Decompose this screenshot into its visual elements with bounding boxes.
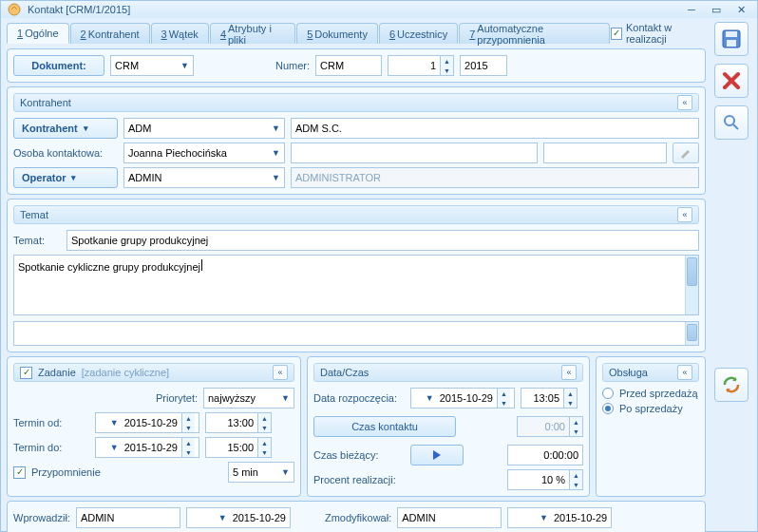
tab-dokumenty[interactable]: 5Dokumenty <box>296 23 378 44</box>
zadanie-collapse[interactable]: « <box>273 365 288 380</box>
realization-label: Kontakt w realizacji <box>626 22 706 45</box>
numer-spin-down[interactable]: ▼ <box>440 66 453 75</box>
obsluga-panel: Obsługa « Przed sprzedażą Po sprzedaży <box>596 356 706 497</box>
temat-textarea2[interactable] <box>13 321 699 346</box>
termin-od-label: Termin od: <box>13 417 89 428</box>
wprowadzil-date[interactable]: ▼2015-10-29 <box>186 507 291 528</box>
kontrahent-header: Kontrahent « <box>13 93 699 112</box>
po-label: Po sprzedaży <box>619 403 683 414</box>
przed-radio[interactable] <box>602 388 614 399</box>
tabs-bar: 1Ogólne 2Kontrahent 3Wątek 4Atrybuty i p… <box>7 22 706 45</box>
dataczas-panel: Data/Czas « Data rozpoczęcia: ▼2015-10-2… <box>307 356 590 497</box>
przypomnienie-checkbox[interactable] <box>13 466 26 479</box>
zadanie-header: Zadanie [zadanie cykliczne] « <box>13 363 294 382</box>
dataczas-collapse[interactable]: « <box>561 365 577 380</box>
zmod-user: ADMIN <box>397 507 502 528</box>
delete-button[interactable] <box>714 64 749 98</box>
temat-textarea[interactable]: Spotkanie cykliczne grupy produkcyjnej <box>13 255 699 315</box>
temat-label: Temat: <box>13 235 61 246</box>
tab-przypomnienia[interactable]: 7Automatyczne przypomnienia <box>459 23 610 44</box>
document-panel: Dokument: CRM▼ Numer: CRM 1 ▲▼ 2015 <box>7 48 706 83</box>
obsluga-header: Obsługa « <box>602 363 699 382</box>
osoba-extra1[interactable] <box>291 142 538 163</box>
priorytet-combo[interactable]: najwyższy▼ <box>203 388 294 408</box>
window-title: Kontakt [CRM/1/2015] <box>28 4 130 15</box>
rozp-date[interactable]: ▼2015-10-29▲▼ <box>410 388 515 408</box>
temat-collapse[interactable]: « <box>677 207 692 222</box>
procent-value[interactable]: 10 %▲▼ <box>507 469 583 490</box>
kontrahent-button[interactable]: Kontrahent▾ <box>13 118 118 139</box>
kontrahent-collapse[interactable]: « <box>677 95 692 110</box>
refresh-button[interactable] <box>714 368 749 402</box>
app-icon <box>7 2 22 17</box>
magnifier-icon <box>722 113 741 132</box>
svg-rect-2 <box>726 31 737 37</box>
tab-atrybuty[interactable]: 4Atrybuty i pliki <box>210 23 295 44</box>
svg-point-4 <box>725 116 734 125</box>
temat-input[interactable]: Spotkanie grupy produkcyjnej <box>66 230 699 251</box>
maximize-button[interactable]: ▭ <box>706 1 727 18</box>
search-button[interactable] <box>714 105 749 140</box>
zadanie-checkbox[interactable] <box>20 367 32 379</box>
osoba-combo[interactable]: Joanna Piechocińska▼ <box>123 142 285 163</box>
operator-code-combo[interactable]: ADMIN▼ <box>123 167 285 188</box>
zmod-date[interactable]: ▼2015-10-29 <box>507 507 612 528</box>
close-button[interactable]: ✕ <box>730 1 751 18</box>
play-button[interactable] <box>410 445 464 466</box>
svg-point-0 <box>9 4 20 15</box>
zmod-label: Zmodyfikował: <box>325 512 391 523</box>
operator-button[interactable]: Operator▾ <box>13 167 118 188</box>
side-toolbar <box>711 22 751 532</box>
temat-scrollbar2[interactable] <box>685 322 698 345</box>
save-button[interactable] <box>714 22 749 56</box>
przypomnienie-combo[interactable]: 5 min▼ <box>228 462 294 483</box>
przed-label: Przed sprzedażą <box>619 388 698 399</box>
svg-rect-3 <box>727 40 736 47</box>
dokument-button[interactable]: Dokument: <box>13 55 104 76</box>
play-icon <box>432 450 442 460</box>
temat-scrollbar[interactable] <box>685 256 698 314</box>
rozp-time[interactable]: 13:05▲▼ <box>521 388 578 408</box>
termin-do-date[interactable]: ▼2015-10-29▲▼ <box>95 437 199 458</box>
osoba-lookup-button[interactable] <box>673 142 699 163</box>
priorytet-label: Priorytet: <box>156 392 198 404</box>
year-input[interactable]: 2015 <box>460 55 507 76</box>
wprowadzil-label: Wprowadził: <box>13 512 70 523</box>
operator-name-display: ADMINISTRATOR <box>291 167 699 188</box>
x-icon <box>722 71 741 90</box>
tab-watek[interactable]: 3Wątek <box>151 23 209 44</box>
minimize-button[interactable]: ─ <box>681 1 702 18</box>
dataczas-header: Data/Czas « <box>313 363 583 382</box>
termin-do-label: Termin do: <box>13 442 89 453</box>
termin-od-time[interactable]: 13:00▲▼ <box>205 412 272 433</box>
titlebar: Kontakt [CRM/1/2015] ─ ▭ ✕ <box>1 1 757 18</box>
po-radio[interactable] <box>602 403 614 414</box>
obsluga-collapse[interactable]: « <box>677 365 692 380</box>
czas-kontaktu-value: 0:00▲▼ <box>517 416 583 437</box>
realization-checkbox[interactable] <box>611 28 622 40</box>
tab-kontrahent[interactable]: 2Kontrahent <box>70 23 150 44</box>
temat-panel: Temat « Temat: Spotkanie grupy produkcyj… <box>7 199 706 352</box>
pencil-icon <box>679 146 692 160</box>
numer-value-input[interactable]: 1 ▲▼ <box>388 55 454 76</box>
termin-do-time[interactable]: 15:00▲▼ <box>205 437 272 458</box>
kontrahent-name-input[interactable]: ADM S.C. <box>291 118 699 139</box>
zadanie-panel: Zadanie [zadanie cykliczne] « Priorytet:… <box>7 356 301 497</box>
procent-label: Procent realizacji: <box>313 474 414 485</box>
footer-panel: Wprowadził: ADMIN ▼2015-10-29 Zmodyfikow… <box>7 501 706 532</box>
refresh-icon <box>721 374 742 395</box>
tab-ogolne[interactable]: 1Ogólne <box>7 23 69 44</box>
dokument-combo[interactable]: CRM▼ <box>110 55 194 76</box>
numer-series-input[interactable]: CRM <box>315 55 382 76</box>
numer-spin-up[interactable]: ▲ <box>440 56 453 66</box>
biezacy-label: Czas bieżący: <box>313 449 405 461</box>
osoba-label: Osoba kontaktowa: <box>13 147 118 159</box>
biezacy-value: 0:00:00 <box>507 445 583 466</box>
tab-uczestnicy[interactable]: 6Uczestnicy <box>379 23 458 44</box>
osoba-extra2[interactable] <box>543 142 667 163</box>
floppy-icon <box>721 28 742 49</box>
termin-od-date[interactable]: ▼2015-10-29▲▼ <box>95 412 199 433</box>
czas-kontaktu-button[interactable]: Czas kontaktu <box>313 416 456 437</box>
rozp-label: Data rozpoczęcia: <box>313 392 405 404</box>
kontrahent-code-combo[interactable]: ADM▼ <box>123 118 285 139</box>
